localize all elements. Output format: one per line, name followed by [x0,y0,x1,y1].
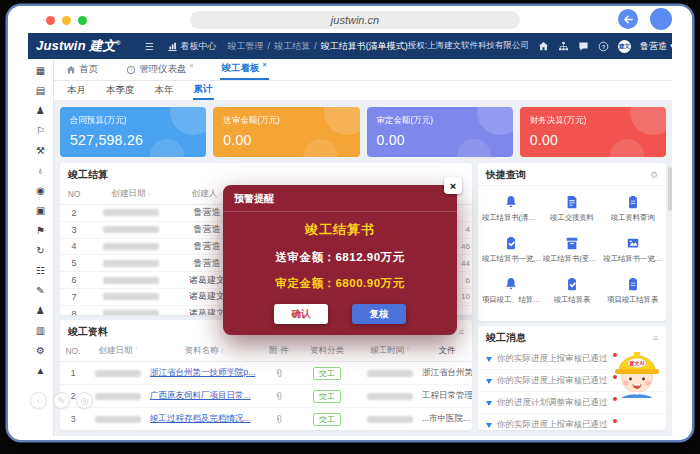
quick-link[interactable]: 竣工资料查询 [603,195,662,223]
zoom-window-button[interactable] [78,16,87,25]
sidebar-icon[interactable]: ◉ [36,186,45,196]
funnel-icon [486,401,492,409]
redacted-date [103,243,159,250]
tab-completion-board[interactable]: 竣工看板× [220,59,269,80]
chevron-left-icon[interactable]: ‹ [30,392,47,409]
sidebar-icon[interactable]: ↻ [36,246,44,256]
close-icon[interactable]: × [444,177,462,194]
gear-icon[interactable]: ⚙ [650,170,658,180]
license-text: 授权:上海建文软件科技有限公司 [408,40,529,52]
panel-title: 竣工资料 [68,325,108,339]
quick-link[interactable]: 竣工交接资料 [543,195,602,223]
close-icon[interactable]: × [263,61,267,68]
sidebar-icon[interactable]: ▣ [36,206,45,216]
scrollbar[interactable] [668,165,672,430]
company-badge[interactable]: 建文 [618,40,631,53]
sidebar-icon[interactable]: ♁ [37,166,45,176]
minimize-window-button[interactable] [62,16,71,25]
registered-mark: ® [116,40,121,46]
quick-link[interactable]: 竣工结算书一览(清... [482,236,541,264]
archive-row[interactable]: 1 浙江省台州第一技师学院p... 交工 浙江省台州第一... [60,362,472,385]
period-filter: 本月 本季度 本年 累计 [54,81,672,101]
sidebar-icon[interactable]: ✎ [36,286,44,296]
filter-total[interactable]: 累计 [193,81,214,100]
menu-toggle-icon[interactable] [145,41,154,52]
sidebar-icon[interactable]: ▲ [36,366,46,376]
file-cell: 浙江省台州第一... [422,367,472,379]
scrollbar-thumb[interactable] [668,167,672,211]
table-header: NO. 创建日期 资料名称 附 件 资料分类 竣工时间 文件 [60,342,472,362]
quick-link[interactable]: 项目竣工结算表 [603,277,662,305]
filter-month[interactable]: 本月 [66,82,87,99]
filter-year[interactable]: 本年 [154,82,175,99]
sidebar-icon[interactable]: ▤ [36,86,45,96]
bell-icon [504,195,518,209]
close-icon[interactable]: × [190,62,194,69]
document-link[interactable]: 浙江省台州第一技师学院p... [150,367,262,379]
sidebar-icon[interactable]: ⚐ [36,126,45,136]
ai-assistant-mascot[interactable]: 建文AI [608,336,666,400]
tab-dashboard[interactable]: 管理仪表盘× [124,59,196,80]
brand-logo[interactable]: Justwin 建文® [36,37,121,55]
archive-row[interactable]: 3 竣工过程存档及完档情况... 交工 ...市中医院... [60,408,472,430]
browser-titlebar: justwin.cn [8,6,692,33]
quick-link[interactable]: 项目竣工、结算情况表 [482,277,541,305]
board-center-link[interactable]: 看板中心 [167,40,217,53]
home-icon[interactable] [538,41,549,52]
breadcrumb: 竣工管理 / 竣工结算 / 竣工结算书(清单模式) [228,40,408,53]
kpi-contract-budget: 合同预算(万元) 527,598.26 [60,107,206,157]
redacted-date [103,310,159,315]
sidebar-icon[interactable]: ⚙ [36,346,45,356]
image-folder-icon [626,236,640,250]
top-navbar: Justwin 建文® 看板中心 竣工管理 / 竣工结算 / 竣工结算书(清单模… [28,33,672,59]
help-icon[interactable] [598,41,609,52]
kpi-approved-amount: 审定金额(万元) 0.00 [367,107,513,157]
kpi-value: 0.00 [223,132,349,148]
message-icon[interactable] [578,41,589,52]
document-icon [565,195,579,209]
paperclip-icon[interactable] [274,414,285,425]
address-bar[interactable]: justwin.cn [190,11,520,29]
paperclip-icon[interactable] [274,391,285,402]
sidebar-icon[interactable]: ☷ [36,266,45,276]
page-tabs: 首页 管理仪表盘× 竣工看板× [54,59,672,81]
sidebar-icon[interactable]: ▦ [36,66,45,76]
back-button[interactable] [618,9,638,29]
sidebar-icon[interactable]: ⚑ [36,226,45,236]
target-icon[interactable]: ◎ [76,392,93,409]
sidebar-icon[interactable]: ⚒ [36,146,45,156]
funnel-icon [486,357,492,365]
user-menu[interactable]: 鲁营造▼ [640,40,672,53]
quick-link[interactable]: 竣工结算表 [543,277,602,305]
confirm-button[interactable]: 确认 [274,304,328,324]
redacted-date [103,293,159,300]
panel-title: 竣工结算 [68,168,108,182]
close-window-button[interactable] [46,16,55,25]
tab-home[interactable]: 首页 [64,59,100,80]
panel-menu-icon[interactable]: ≡ [459,327,464,337]
sitemap-icon[interactable] [558,41,569,52]
funnel-icon [486,379,492,387]
quick-link[interactable]: 竣工结算书一览(变... [603,236,662,264]
filter-quarter[interactable]: 本季度 [105,82,136,99]
document-link[interactable]: 广西原友饲料厂项目日常... [150,390,262,402]
quick-link[interactable]: 竣工结算书(清单模式) [482,195,541,223]
sidebar-icon[interactable]: ♟ [36,106,45,116]
record-indicator-button[interactable] [650,8,672,30]
panel-title: 快捷查询 [486,168,526,182]
breadcrumb-level1[interactable]: 竣工管理 [228,40,264,53]
paperclip-icon[interactable] [274,368,285,379]
breadcrumb-level2[interactable]: 竣工结算 [274,40,310,53]
annotation-tools: ‹ ✎ ◎ [30,392,93,409]
sidebar-icon[interactable]: ♟ [36,306,45,316]
quick-link[interactable]: 竣工结算书(变更单... [543,236,602,264]
review-button[interactable]: 复核 [352,304,406,324]
archive-row[interactable]: 2 广西原友饲料厂项目日常... 交工 工程日常管理存... [60,385,472,408]
document-link[interactable]: 竣工过程存档及完档情况... [150,413,262,425]
message-text: 你的实际进度上报审核已通过 [497,419,608,431]
kpi-submitted-amount: 送审金额(万元) 0.00 [213,107,359,157]
sidebar-icon[interactable]: ▥ [36,326,45,336]
message-item[interactable]: 你的实际进度上报审核已通过 [478,414,666,430]
pencil-icon[interactable]: ✎ [53,392,70,409]
redacted-date [103,209,159,216]
